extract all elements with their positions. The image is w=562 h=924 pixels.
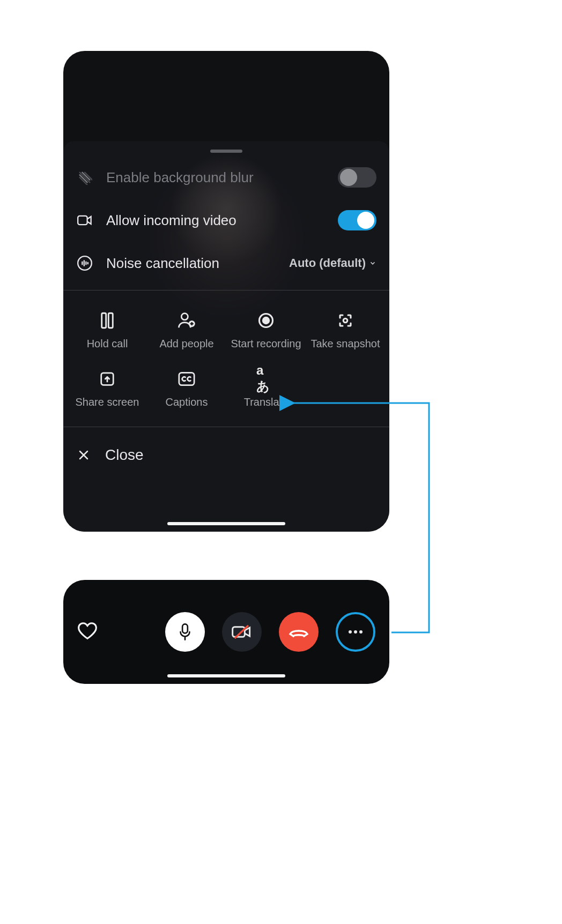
camera-button[interactable]: [222, 612, 262, 652]
svg-point-14: [349, 630, 352, 634]
svg-point-7: [263, 317, 269, 323]
svg-point-16: [359, 630, 363, 634]
hangup-button[interactable]: [279, 612, 319, 652]
action-add-people[interactable]: Add people: [147, 311, 226, 350]
react-button[interactable]: [77, 621, 98, 643]
hangup-icon: [288, 627, 309, 637]
incoming-toggle[interactable]: [338, 210, 376, 230]
svg-rect-2: [102, 313, 106, 327]
action-label: Translate: [244, 396, 289, 408]
more-options-button[interactable]: [336, 612, 375, 652]
camera-off-icon: [231, 624, 253, 640]
close-label: Close: [105, 446, 144, 464]
mute-button[interactable]: [165, 612, 205, 652]
record-icon: [256, 311, 276, 330]
close-row[interactable]: Close: [63, 433, 389, 487]
captions-icon: [177, 369, 196, 389]
home-indicator: [167, 522, 285, 525]
svg-point-15: [354, 630, 357, 634]
video-icon: [76, 214, 93, 227]
action-label: Add people: [159, 338, 213, 350]
svg-rect-11: [182, 624, 188, 633]
action-label: Hold call: [87, 338, 128, 350]
row-noise-cancellation[interactable]: Noise cancellation Auto (default): [63, 242, 389, 285]
row-incoming-video: Allow incoming video: [63, 199, 389, 242]
options-sheet: Enable background blur Allow incoming vi…: [63, 141, 389, 532]
action-label: Start recording: [231, 338, 301, 350]
noise-value: Auto (default): [289, 256, 376, 270]
control-group: [165, 612, 375, 652]
svg-point-4: [181, 314, 188, 320]
noise-icon: [76, 256, 93, 271]
snapshot-icon: [336, 311, 355, 330]
person-add-icon: [177, 311, 196, 330]
action-start-recording[interactable]: Start recording: [226, 311, 306, 350]
microphone-icon: [177, 623, 193, 641]
action-grid: Hold call Add people Start recording: [63, 296, 389, 421]
action-captions[interactable]: Captions: [147, 369, 226, 408]
row-background-blur: Enable background blur: [63, 156, 389, 199]
action-label: Captions: [166, 396, 208, 408]
noise-value-text: Auto (default): [289, 256, 366, 270]
call-controls-panel: [63, 580, 389, 684]
svg-rect-0: [78, 216, 87, 225]
share-screen-icon: [98, 369, 117, 389]
svg-rect-10: [179, 372, 194, 385]
action-translate[interactable]: aあ Translate: [226, 369, 306, 408]
chevron-down-icon: [369, 259, 376, 267]
noise-label: Noise cancellation: [106, 255, 219, 272]
translate-icon: aあ: [256, 369, 276, 389]
incoming-label: Allow incoming video: [106, 212, 236, 229]
sheet-grab-handle[interactable]: [210, 150, 242, 153]
svg-point-8: [343, 318, 347, 323]
action-label: Take snapshot: [311, 338, 380, 350]
separator: [63, 290, 389, 290]
action-share-screen[interactable]: Share screen: [68, 369, 147, 408]
svg-rect-3: [108, 313, 113, 327]
separator: [63, 427, 389, 427]
pause-icon: [98, 311, 117, 330]
call-options-panel: Enable background blur Allow incoming vi…: [63, 51, 389, 532]
close-icon: [76, 449, 91, 461]
blur-toggle[interactable]: [338, 167, 376, 188]
blur-icon: [76, 170, 93, 185]
action-label: Share screen: [76, 396, 139, 408]
action-take-snapshot[interactable]: Take snapshot: [306, 311, 385, 350]
action-hold-call[interactable]: Hold call: [68, 311, 147, 350]
home-indicator: [167, 674, 285, 677]
blur-label: Enable background blur: [106, 169, 254, 186]
more-icon: [347, 630, 364, 634]
